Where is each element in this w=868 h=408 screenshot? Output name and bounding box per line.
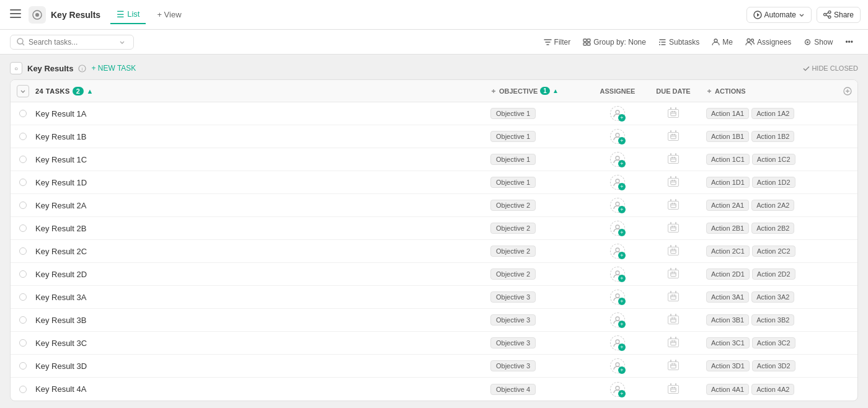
action-chip-1[interactable]: Action 2A1	[706, 200, 749, 211]
action-chip-2[interactable]: Action 1B2	[751, 131, 794, 142]
task-assignee[interactable]: +	[590, 290, 645, 304]
menu-icon[interactable]	[7, 7, 24, 22]
tab-list[interactable]: ☰ List	[110, 6, 146, 24]
action-chip-1[interactable]: Action 3B1	[706, 314, 749, 326]
task-name[interactable]: Key Result 3A	[35, 290, 490, 304]
task-assignee[interactable]: +	[590, 198, 645, 213]
assignee-avatar[interactable]: +	[610, 382, 625, 397]
assignee-avatar[interactable]: +	[610, 106, 625, 121]
task-name[interactable]: Key Result 4A	[35, 382, 490, 396]
task-assignee[interactable]: +	[590, 129, 645, 144]
task-name[interactable]: Key Result 1B	[35, 130, 490, 144]
task-status-dot[interactable]	[19, 110, 27, 117]
action-chip-1[interactable]: Action 1C1	[706, 154, 750, 165]
task-assignee[interactable]: +	[590, 175, 645, 190]
group-by-button[interactable]: Group by: None	[578, 35, 651, 49]
task-assignee[interactable]: +	[590, 382, 645, 397]
objective-badge-chip[interactable]: Objective 2	[490, 246, 536, 257]
task-name[interactable]: Key Result 3D	[35, 359, 490, 373]
action-chip-1[interactable]: Action 3D1	[706, 360, 750, 371]
assignee-avatar[interactable]: +	[610, 221, 625, 236]
task-status-dot[interactable]	[19, 362, 27, 370]
task-status-dot[interactable]	[19, 133, 27, 140]
calendar-icon[interactable]	[668, 155, 679, 164]
task-due-date[interactable]	[645, 293, 701, 301]
automate-button[interactable]: Automate	[746, 7, 812, 23]
task-assignee[interactable]: +	[590, 244, 645, 259]
action-chip-1[interactable]: Action 2B1	[706, 223, 749, 234]
task-due-date[interactable]	[645, 178, 701, 187]
task-assignee[interactable]: +	[590, 267, 645, 282]
action-chip-1[interactable]: Action 3A1	[706, 291, 749, 303]
calendar-icon[interactable]	[668, 109, 679, 118]
task-due-date[interactable]	[645, 361, 701, 370]
objective-badge-chip[interactable]: Objective 1	[490, 131, 536, 142]
task-checkbox[interactable]	[11, 179, 35, 186]
calendar-icon[interactable]	[668, 270, 679, 278]
action-chip-1[interactable]: Action 1D1	[706, 177, 750, 188]
action-chip-1[interactable]: Action 1A1	[706, 108, 749, 119]
calendar-icon[interactable]	[668, 385, 679, 394]
action-chip-2[interactable]: Action 3A2	[751, 291, 794, 303]
calendar-icon[interactable]	[668, 178, 679, 187]
assignee-avatar[interactable]: +	[610, 267, 625, 282]
assignee-avatar[interactable]: +	[610, 175, 625, 190]
task-checkbox[interactable]	[11, 386, 35, 393]
task-assignee[interactable]: +	[590, 335, 645, 350]
task-checkbox[interactable]	[11, 316, 35, 324]
task-due-date[interactable]	[645, 385, 701, 394]
action-chip-2[interactable]: Action 1A2	[751, 108, 794, 119]
task-assignee[interactable]: +	[590, 313, 645, 327]
task-due-date[interactable]	[645, 339, 701, 347]
me-button[interactable]: Me	[707, 35, 738, 49]
action-chip-2[interactable]: Action 1C2	[752, 154, 795, 165]
task-status-dot[interactable]	[19, 270, 27, 278]
assignee-avatar[interactable]: +	[610, 313, 625, 327]
task-checkbox[interactable]	[11, 202, 35, 209]
task-status-dot[interactable]	[19, 316, 27, 324]
objective-badge-chip[interactable]: Objective 2	[490, 200, 536, 211]
action-chip-2[interactable]: Action 2D2	[752, 268, 795, 280]
task-due-date[interactable]	[645, 201, 701, 210]
action-chip-2[interactable]: Action 2A2	[751, 200, 794, 211]
task-checkbox[interactable]	[11, 224, 35, 232]
task-due-date[interactable]	[645, 155, 701, 164]
objective-badge-chip[interactable]: Objective 4	[490, 384, 536, 395]
calendar-icon[interactable]	[668, 316, 679, 324]
task-checkbox[interactable]	[11, 270, 35, 278]
action-chip-1[interactable]: Action 1B1	[706, 131, 749, 142]
calendar-icon[interactable]	[668, 224, 679, 233]
task-due-date[interactable]	[645, 224, 701, 233]
calendar-icon[interactable]	[668, 361, 679, 370]
task-checkbox[interactable]	[11, 362, 35, 370]
hide-closed-button[interactable]: HIDE CLOSED	[803, 64, 858, 72]
task-checkbox[interactable]	[11, 247, 35, 255]
task-due-date[interactable]	[645, 132, 701, 141]
action-chip-2[interactable]: Action 3B2	[751, 314, 794, 326]
assignee-avatar[interactable]: +	[610, 198, 625, 213]
assignee-avatar[interactable]: +	[610, 129, 625, 144]
assignee-avatar[interactable]: +	[610, 290, 625, 304]
objective-badge-chip[interactable]: Objective 3	[490, 314, 536, 326]
task-name[interactable]: Key Result 1A	[35, 107, 490, 121]
assignee-avatar[interactable]: +	[610, 358, 625, 373]
calendar-icon[interactable]	[668, 339, 679, 347]
objective-badge-chip[interactable]: Objective 1	[490, 177, 536, 188]
task-name[interactable]: Key Result 2C	[35, 244, 490, 259]
task-name[interactable]: Key Result 2B	[35, 221, 490, 236]
action-chip-2[interactable]: Action 1D2	[752, 177, 795, 188]
task-due-date[interactable]	[645, 247, 701, 255]
calendar-icon[interactable]	[668, 293, 679, 301]
task-name[interactable]: Key Result 1D	[35, 175, 490, 190]
action-chip-2[interactable]: Action 2C2	[752, 246, 795, 257]
task-assignee[interactable]: +	[590, 106, 645, 121]
action-chip-2[interactable]: Action 4A2	[751, 384, 794, 395]
task-assignee[interactable]: +	[590, 358, 645, 373]
share-button[interactable]: Share	[817, 7, 861, 23]
action-chip-2[interactable]: Action 3C2	[752, 337, 795, 348]
task-name[interactable]: Key Result 3B	[35, 313, 490, 327]
search-input[interactable]	[29, 38, 115, 47]
objective-badge-chip[interactable]: Objective 3	[490, 360, 536, 371]
task-name[interactable]: Key Result 1C	[35, 153, 490, 167]
new-task-button[interactable]: + NEW TASK	[91, 64, 136, 73]
